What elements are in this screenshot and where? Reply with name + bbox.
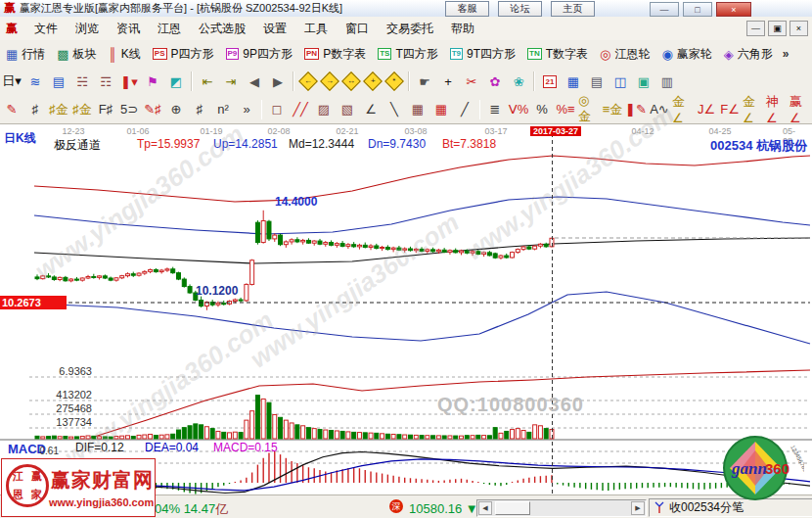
close-button[interactable]: × <box>716 2 751 17</box>
image-export-tool[interactable]: ▣ <box>633 71 654 92</box>
btn-t-square[interactable]: TST四方形 <box>372 44 444 65</box>
scrollbar-thumb[interactable] <box>495 501 530 515</box>
child-minimize-button[interactable]: — <box>746 21 765 36</box>
win-angle-tool[interactable]: 赢∠ <box>789 99 811 120</box>
gold-angle-tool[interactable]: 金∠ <box>672 99 694 120</box>
gold-circle-tool[interactable]: ◎金 <box>578 99 600 120</box>
zoom-out-button[interactable]: ↔ <box>341 71 361 91</box>
btn-hexagon[interactable]: ◈六角形 <box>718 44 779 65</box>
child-close-button[interactable]: × <box>789 21 808 36</box>
slant-tool[interactable]: ╱ <box>454 99 475 120</box>
menu-item-交易委托[interactable]: 交易委托 <box>378 19 442 39</box>
menu-item-文件[interactable]: 文件 <box>25 19 67 39</box>
candle-pen-tool[interactable]: ❚✎ <box>625 99 647 120</box>
spiral-tool[interactable]: 5⊃ <box>118 99 140 120</box>
square-number-tool[interactable]: n² <box>212 99 234 120</box>
hatch-box2-tool[interactable]: ▧ <box>337 99 358 120</box>
maximize-button[interactable]: □ <box>683 2 712 17</box>
menu-item-设置[interactable]: 设置 <box>254 19 295 39</box>
next-bar-button[interactable]: ▶ <box>267 71 289 92</box>
gann-grid-tool[interactable]: ♯ <box>24 99 46 120</box>
zoom-in-button[interactable]: + <box>363 71 383 91</box>
first-bar-button[interactable]: ⇤ <box>197 71 218 92</box>
wave-tool[interactable]: ≋ <box>24 71 46 92</box>
chart-9-tool[interactable]: ☶ <box>95 71 116 92</box>
last-bar-button[interactable]: ⇥ <box>220 71 242 92</box>
menu-item-资讯[interactable]: 资讯 <box>108 19 149 39</box>
wave-abc-tool[interactable]: A∿ <box>649 99 670 120</box>
chart-scrollbar[interactable]: ◀ ▶ <box>476 499 647 517</box>
scroll-right-arrow[interactable]: ▶ <box>631 501 645 515</box>
more-gann-t ools[interactable]: » <box>236 99 257 120</box>
btn-winner-wheel[interactable]: ◉赢家轮 <box>655 44 717 65</box>
fib-grid-tool[interactable]: F♯ <box>95 99 116 120</box>
menu-item-窗口[interactable]: 窗口 <box>337 19 378 39</box>
system-tool[interactable]: ▥ <box>656 71 678 92</box>
chart-3-tool[interactable]: ☵ <box>71 71 93 92</box>
pan-left-button[interactable]: ← <box>298 71 318 91</box>
minimize-button[interactable]: — <box>650 2 679 17</box>
menu-item-浏览[interactable]: 浏览 <box>67 19 108 39</box>
grid2-tool[interactable]: ♯ <box>189 99 210 120</box>
fit-all-button[interactable]: * <box>384 71 404 91</box>
menu-item-江恩[interactable]: 江恩 <box>149 19 190 39</box>
forum-button[interactable]: 论坛 <box>498 1 542 17</box>
grid-box2-tool[interactable]: ▦ <box>430 99 452 120</box>
grid-box-tool[interactable]: ▦ <box>407 99 429 120</box>
crosshair-tool[interactable]: + <box>437 71 459 92</box>
f-angle-tool[interactable]: F∠ <box>719 99 741 120</box>
btn-quotes[interactable]: ▦行情 <box>0 44 51 65</box>
btn-p-table[interactable]: PNP数字表 <box>298 44 372 65</box>
gold-lines-tool[interactable]: ≡金 <box>602 99 623 120</box>
cut-tool[interactable]: ✂ <box>461 71 482 92</box>
child-restore-button[interactable]: ▣ <box>768 21 787 36</box>
btn-t-table[interactable]: TNT数字表 <box>521 44 594 65</box>
percent-v-tool[interactable]: Ⅴ% <box>508 99 529 120</box>
pan-right-button[interactable]: → <box>320 71 339 91</box>
btn-p-square[interactable]: PSP四方形 <box>147 44 220 65</box>
pen-tool[interactable]: ✎ <box>1 99 23 120</box>
hand-tool[interactable]: ☛ <box>414 71 435 92</box>
gold-angle2-tool[interactable]: 金∠ <box>743 99 764 120</box>
menu-item-公式选股[interactable]: 公式选股 <box>190 19 254 39</box>
btn-9p-square[interactable]: P99P四方形 <box>220 44 298 65</box>
flag-tool[interactable]: ⚑ <box>142 71 163 92</box>
trendline-tool[interactable]: ╲ <box>383 99 405 120</box>
gold-grid-tool[interactable]: ♯金 <box>48 99 69 120</box>
btn-blocks[interactable]: ▩板块 <box>51 44 102 65</box>
silk-tool[interactable]: ❀ <box>508 71 529 92</box>
circle-grid-tool[interactable]: ⊕ <box>165 99 187 120</box>
gold-grid2-tool[interactable]: ♯金 <box>71 99 93 120</box>
percent-tool[interactable]: % <box>531 99 553 120</box>
angle-tool[interactable]: ∠ <box>360 99 382 120</box>
period-day-dropdown[interactable]: 日▾ <box>1 71 23 92</box>
calendar-tool[interactable]: 21 <box>539 71 561 92</box>
btn-p-table-label: P数字表 <box>323 46 366 63</box>
homepage-button[interactable]: 主页 <box>551 1 595 17</box>
festival-tool[interactable]: ✿ <box>484 71 506 92</box>
rect-tool[interactable]: ◻ <box>266 99 288 120</box>
scroll-left-arrow[interactable]: ◀ <box>478 501 492 515</box>
btn-kline[interactable]: ║K线 <box>103 44 147 65</box>
shen-angle-tool[interactable]: 神∠ <box>766 99 788 120</box>
prev-bar-button[interactable]: ◀ <box>244 71 265 92</box>
customer-service-button[interactable]: 客服 <box>445 1 489 17</box>
candle-style-dropdown[interactable]: ❚▾ <box>118 71 140 92</box>
j-angle-tool[interactable]: J∠ <box>696 99 717 120</box>
pen-grid-tool[interactable]: ✎♯ <box>142 99 163 120</box>
menu-item-工具[interactable]: 工具 <box>295 19 337 39</box>
calculator-tool[interactable]: ▦ <box>563 71 584 92</box>
notepad-tool[interactable]: ▤ <box>586 71 608 92</box>
stock-code-name: 002534 杭锅股份 <box>710 137 807 155</box>
btn-9t-square[interactable]: T99T四方形 <box>444 44 521 65</box>
btn-gann-wheel[interactable]: ◎江恩轮 <box>594 44 655 65</box>
toolbar-overflow-chevron[interactable]: » <box>779 47 793 61</box>
save-tool[interactable]: ◫ <box>609 71 631 92</box>
color-chart-tool[interactable]: ◩ <box>165 71 187 92</box>
memo-tool[interactable]: ▤ <box>48 71 69 92</box>
levels-tool[interactable]: ≣ <box>484 99 506 120</box>
percent-lines-tool[interactable]: %≡ <box>555 99 576 120</box>
rays-tool[interactable]: ╱╱ <box>290 99 311 120</box>
hatch-box-tool[interactable]: ▨ <box>313 99 335 120</box>
menu-item-帮助[interactable]: 帮助 <box>442 19 483 39</box>
